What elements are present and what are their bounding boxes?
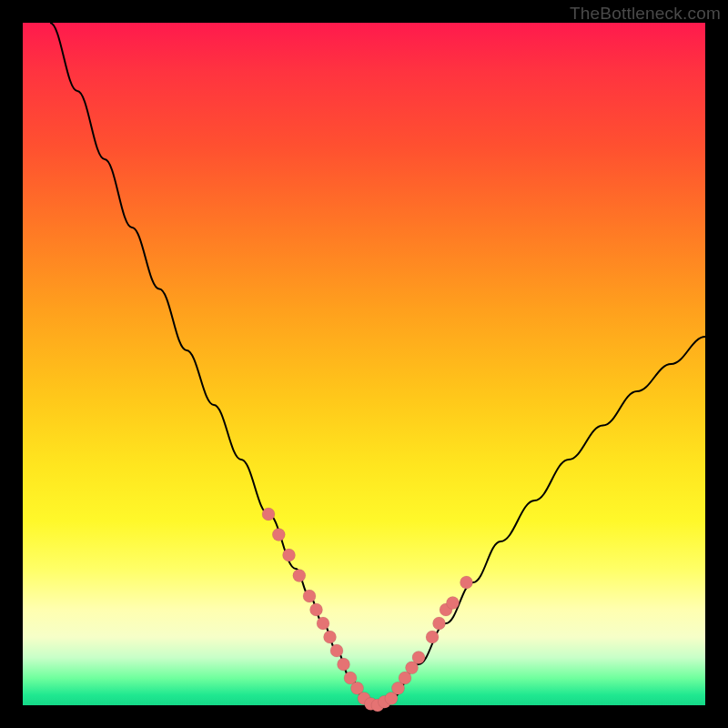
curve-marker	[310, 603, 323, 616]
marker-group	[262, 508, 473, 712]
curve-marker	[460, 576, 473, 589]
curve-marker	[433, 617, 446, 630]
curve-marker	[324, 631, 337, 643]
curve-marker	[262, 508, 275, 521]
curve-marker	[283, 549, 296, 561]
watermark-text: TheBottleneck.com	[570, 4, 721, 24]
curve-marker	[317, 617, 329, 630]
curve-marker	[338, 658, 350, 671]
plot-area	[23, 23, 705, 705]
curve-marker	[412, 652, 425, 664]
curve-marker	[303, 590, 316, 602]
curve-marker	[447, 597, 460, 610]
curve-marker	[426, 631, 439, 643]
bottleneck-curve	[50, 23, 705, 705]
curve-marker	[272, 529, 285, 541]
curve-marker	[293, 570, 306, 582]
chart-frame: TheBottleneck.com	[0, 0, 728, 728]
curve-marker	[330, 644, 343, 657]
curve-layer	[23, 23, 705, 705]
